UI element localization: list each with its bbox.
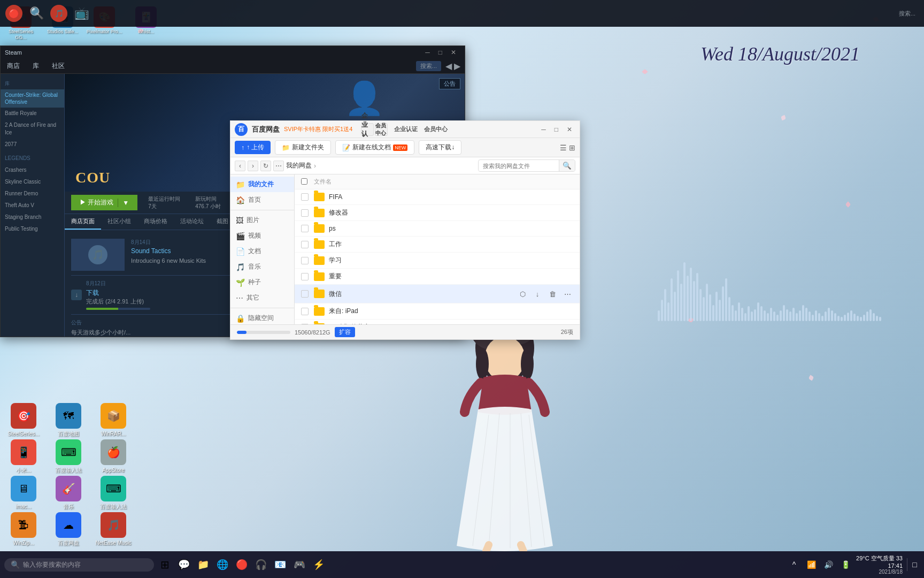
list-view-button[interactable]: ☰	[560, 143, 567, 152]
taskbar-icon-mail[interactable]: 📧	[272, 556, 289, 573]
file-checkbox-important[interactable]	[301, 273, 309, 280]
taskbar-icon-start[interactable]: ⊞	[156, 556, 173, 573]
desktop-icon-baiduyun[interactable]: ☁ 百度网盘	[47, 512, 90, 546]
taskbar-icon-cortana[interactable]: 💬	[175, 556, 192, 573]
taskbar-icon-browser[interactable]: 🌐	[214, 556, 231, 573]
csgo-info-button[interactable]: 公告	[439, 78, 460, 89]
file-row-fifa[interactable]: FIFA	[295, 189, 580, 205]
upgrade-storage-button[interactable]: 扩容	[335, 327, 355, 337]
taskbar-icon-explorer[interactable]: 📁	[195, 556, 212, 573]
desktop-icon-baidumap[interactable]: 🗺 百度地图	[47, 403, 90, 437]
file-checkbox-work[interactable]	[301, 241, 309, 248]
tab-community[interactable]: 社区小组	[101, 214, 137, 230]
steam-sidebar-csgo[interactable]: Counter-Strike: Global Offensive	[1, 89, 64, 108]
steam-minimize-button[interactable]: ─	[421, 48, 434, 57]
nav-home-button[interactable]: ⋯	[273, 161, 284, 171]
sidebar-docs[interactable]: 📄 文档	[230, 244, 294, 259]
download-button[interactable]: 高速下载↓	[419, 140, 461, 155]
nav-back-button[interactable]: ‹	[235, 161, 245, 171]
file-row-changer[interactable]: 修改器	[295, 205, 580, 221]
file-checkbox-wechat[interactable]	[301, 290, 309, 298]
steam-maximize-button[interactable]: □	[434, 48, 446, 57]
tray-network-icon[interactable]: 📶	[805, 558, 818, 571]
play-game-button[interactable]: ▶ 开始游戏 ▼	[71, 195, 137, 210]
steam-close-button[interactable]: ✕	[446, 48, 460, 57]
desktop-icon-music[interactable]: 🎸 音乐	[47, 476, 90, 510]
taskbar-icon-headset[interactable]: 🎧	[252, 556, 270, 573]
more-action-button[interactable]: ⋯	[561, 288, 573, 300]
new-folder-button[interactable]: 📁 新建文件夹	[275, 140, 331, 155]
steam-menu-store[interactable]: 商店	[5, 60, 22, 72]
sidebar-videos[interactable]: 🎬 视频	[230, 228, 294, 244]
desktop-icon-xiaomi[interactable]: 📱 小米...	[2, 439, 45, 474]
search-button[interactable]: 🔍	[559, 160, 575, 171]
baidu-toolbar-member[interactable]: 会员中心	[375, 123, 388, 136]
steam-sidebar-theft-auto[interactable]: Theft Auto V	[1, 200, 64, 211]
baidu-minimize-button[interactable]: ─	[538, 125, 549, 134]
desktop-icon-steelseries2[interactable]: 🎯 SteelSeries...	[2, 403, 45, 437]
download-action-button[interactable]: ↓	[532, 288, 543, 300]
steam-sidebar-runner[interactable]: Runner Demo	[1, 188, 64, 200]
file-checkbox-shared[interactable]	[301, 324, 309, 325]
sidebar-home[interactable]: 🏠 首页	[230, 192, 294, 208]
select-all-checkbox[interactable]	[301, 178, 307, 185]
sidebar-music[interactable]: 🎵 音乐	[230, 259, 294, 275]
taskbar-icon-game[interactable]: 🎮	[291, 556, 308, 573]
steam-sidebar-battle-royale[interactable]: Battle Royale	[1, 108, 64, 119]
steam-sidebar-2077[interactable]: 2077	[1, 139, 64, 150]
file-row-important[interactable]: 重要	[295, 269, 580, 285]
steam-sidebar-skyline[interactable]: Skyline Classic	[1, 176, 64, 188]
share-action-button[interactable]: ⬡	[517, 288, 528, 300]
file-checkbox-ps[interactable]	[301, 225, 309, 232]
baidu-enterprise-label[interactable]: 企业认证	[394, 125, 418, 133]
top-icon-circle[interactable]: 🔴	[5, 5, 22, 22]
desktop-icon-baidu-ime[interactable]: ⌨ 百度输入法	[47, 439, 90, 474]
desktop-icon-winrar[interactable]: 📦 WinRAR...	[92, 403, 135, 437]
tab-market[interactable]: 商场价格	[137, 214, 174, 230]
new-online-doc-button[interactable]: 📝 新建在线文档 NEW	[335, 140, 414, 155]
tray-volume-icon[interactable]: 🔊	[822, 558, 835, 571]
sidebar-photos[interactable]: 🖼 图片	[230, 212, 294, 228]
delete-action-button[interactable]: 🗑	[546, 288, 558, 300]
baidu-close-button[interactable]: ✕	[564, 125, 575, 134]
file-checkbox-study[interactable]	[301, 257, 309, 264]
steam-sidebar-public-testing[interactable]: Public Testing	[1, 223, 64, 235]
baidu-maximize-button[interactable]: □	[551, 125, 561, 134]
file-row-shared[interactable]: [1] 余翔的共享	[295, 320, 580, 324]
steam-search-box[interactable]: 搜索...	[416, 61, 441, 71]
file-row-study[interactable]: 学习	[295, 253, 580, 269]
sidebar-others[interactable]: ⋯ 其它	[230, 290, 294, 306]
steam-sidebar-staging[interactable]: Staging Branch	[1, 211, 64, 223]
nav-refresh-button[interactable]: ↻	[260, 161, 271, 171]
desktop-icon-imac[interactable]: 🖥 imac...	[2, 476, 45, 510]
steam-nav-prev[interactable]: ◀	[445, 61, 452, 71]
taskbar-icon-netease[interactable]: 🔴	[233, 556, 250, 573]
baidu-member-label[interactable]: 会员中心	[424, 125, 448, 133]
show-desktop-button[interactable]: □	[907, 558, 920, 571]
desktop-icon-winzip[interactable]: 🗜 WinZip...	[2, 512, 45, 546]
taskbar-search-box[interactable]: 🔍 输入你要搜索的内容	[4, 558, 154, 572]
file-checkbox-ipad[interactable]	[301, 308, 309, 315]
tab-forum[interactable]: 活动论坛	[174, 214, 210, 230]
sidebar-hidden-space[interactable]: 🔒 隐藏空间	[230, 310, 294, 324]
tray-battery-icon[interactable]: 🔋	[839, 558, 852, 571]
file-checkbox-fifa[interactable]	[301, 193, 309, 201]
search-input[interactable]	[479, 161, 559, 171]
desktop-icon-appstore[interactable]: 🍎 AppStore	[92, 439, 135, 474]
file-row-ipad[interactable]: 来自: iPad	[295, 303, 580, 320]
baidu-toolbar-enterprise[interactable]: 企业认证	[361, 123, 374, 136]
sidebar-my-files[interactable]: 📁 我的文件	[230, 177, 294, 192]
top-icon-netease[interactable]: 🎵	[50, 5, 67, 22]
tray-icon-1[interactable]: ^	[788, 558, 800, 571]
steam-sidebar-dance-fire[interactable]: 2 A Dance of Fire and Ice	[1, 119, 64, 139]
steam-menu-library[interactable]: 库	[30, 60, 41, 72]
tab-store-page[interactable]: 商店页面	[65, 214, 101, 230]
file-row-ps[interactable]: ps	[295, 221, 580, 237]
steam-nav-next[interactable]: ▶	[454, 61, 460, 71]
grid-view-button[interactable]: ⊞	[569, 143, 575, 152]
desktop-icon-netease[interactable]: 🎵 NetEase Music	[92, 512, 135, 546]
sidebar-torrents[interactable]: 🌱 种子	[230, 275, 294, 290]
taskbar-icon-steam[interactable]: ⚡	[310, 556, 327, 573]
steam-sidebar-crashers[interactable]: Crashers	[1, 164, 64, 176]
nav-forward-button[interactable]: ›	[248, 161, 258, 171]
